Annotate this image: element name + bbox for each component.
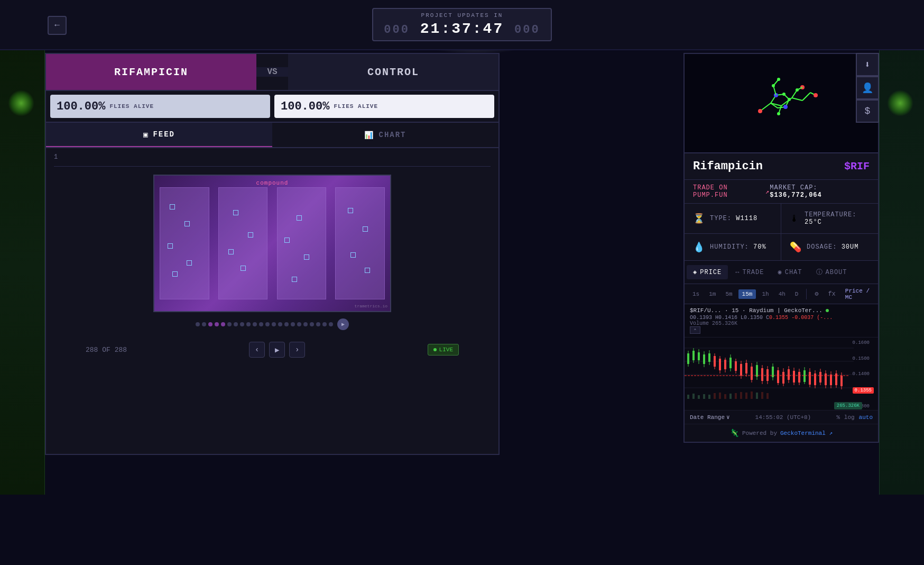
strip-dot: [284, 322, 289, 326]
live-label: LIVE: [439, 347, 453, 353]
dot: [172, 271, 178, 277]
time-1m[interactable]: 1m: [705, 289, 719, 299]
token-panel: Rifampicin $RIF TRADE ON PUMP.FUN ↗ MARK…: [683, 153, 879, 443]
svg-point-20: [777, 112, 780, 115]
type-cell: ⏳ TYPE: W1118: [685, 204, 781, 234]
video-watermark: trametrics.io: [355, 304, 387, 308]
gecko-link[interactable]: GeckoTerminal ↗: [780, 430, 833, 436]
price-mc-button[interactable]: Price / MC: [842, 286, 874, 302]
rifampicin-label: RIFAMPICIN: [114, 66, 188, 78]
auto-btn[interactable]: auto: [859, 414, 873, 421]
humidity-text: HUMIDITY: 70%: [710, 243, 766, 251]
next-button[interactable]: ›: [289, 342, 305, 358]
rifampicin-tab[interactable]: RIFAMPICIN: [46, 54, 256, 90]
prev-button[interactable]: ‹: [249, 342, 265, 358]
chat-tab[interactable]: ◉ CHAT: [771, 265, 808, 279]
volume-value: 265.326K: [712, 321, 737, 326]
date-range-button[interactable]: Date Range ∨: [690, 414, 730, 421]
percent-btn[interactable]: %: [836, 414, 840, 421]
live-dot: [433, 348, 437, 351]
price-tabs: ◈ PRICE ↔ TRADE ◉ CHAT ⓘ ABOUT: [685, 261, 878, 284]
price-labels: 0.1600 0.1500 0.1400 0.1355 0.1300: [853, 338, 874, 410]
strip-dot: [253, 322, 257, 326]
humidity-cell: 💧 HUMIDITY: 70%: [685, 234, 781, 261]
download-icon[interactable]: ⬇: [856, 53, 879, 76]
temp-text: TEMPERATURE: 25°C: [805, 211, 870, 226]
left-side-panel: [0, 45, 45, 495]
timer-label: PROJECT UPDATES IN: [421, 12, 503, 19]
volume-badge: 265.326K: [834, 402, 862, 409]
right-side-panel: [879, 45, 924, 495]
svg-rect-99: [751, 391, 753, 399]
person-icon[interactable]: 👤: [856, 76, 879, 99]
ohlc-change: -0.0037: [791, 315, 814, 321]
timer-main: 21:37:47: [420, 21, 514, 37]
svg-rect-102: [766, 393, 769, 399]
time-1h[interactable]: 1h: [758, 289, 772, 299]
strip-dot: [240, 322, 244, 326]
time-4h[interactable]: 4h: [775, 289, 789, 299]
frame-counter: 288 OF 288: [86, 346, 127, 354]
trade-pump-link[interactable]: TRADE ON PUMP.FUN ↗: [693, 184, 770, 199]
chat-tab-label: CHAT: [785, 269, 802, 276]
back-button[interactable]: ←: [48, 16, 67, 35]
play-button[interactable]: ▶: [269, 342, 285, 358]
strip-dot: [234, 322, 238, 326]
progress-strip: ▶: [54, 312, 491, 336]
chart-volume: Volume 265.326K: [690, 321, 873, 326]
about-tab[interactable]: ⓘ ABOUT: [810, 265, 854, 280]
indicator-icon[interactable]: ⚙: [811, 288, 822, 299]
chart-pair: $RIF/U... · 15 · Raydium | GeckoTer...: [690, 307, 873, 314]
fx-icon[interactable]: fx: [824, 289, 839, 299]
feed-chart-tabs: ▣ FEED 📊 CHART: [46, 123, 498, 148]
live-badge: LIVE: [428, 344, 459, 356]
time-5m[interactable]: 5m: [722, 289, 736, 299]
chart-tab[interactable]: 📊 CHART: [272, 123, 498, 147]
price-tab-icon: ◈: [693, 268, 697, 276]
market-cap-info: MARKET CAP: $136,772,064: [770, 184, 870, 199]
dot: [241, 266, 246, 271]
svg-rect-88: [692, 394, 695, 399]
svg-rect-100: [756, 393, 758, 399]
price-0.1500: 0.1500: [853, 356, 874, 361]
svg-line-4: [802, 93, 810, 101]
svg-rect-92: [714, 393, 716, 399]
strip-dot-active: [208, 322, 212, 326]
time-D[interactable]: D: [791, 289, 802, 299]
experiment-stats-grid: ⏳ TYPE: W1118 🌡 TEMPERATURE: 25°C 💧 HUMI…: [685, 204, 878, 261]
chart-expand-btn[interactable]: ⌃: [690, 326, 700, 334]
price-tab[interactable]: ◈ PRICE: [687, 265, 728, 279]
svg-rect-89: [698, 395, 700, 399]
ohlc-o: 0.1393: [693, 315, 712, 321]
dot: [233, 210, 238, 215]
humidity-label: HUMIDITY:: [710, 243, 749, 251]
strip-dot: [272, 322, 276, 326]
feed-tab[interactable]: ▣ FEED: [46, 123, 272, 147]
dot: [348, 208, 353, 213]
strip-dot: [316, 322, 320, 326]
log-btn[interactable]: log: [844, 414, 855, 421]
mol-icon-panel: ⬇ 👤 $: [856, 53, 879, 123]
ohlc-pct: (-...: [817, 315, 833, 321]
video-dots-2: [219, 188, 267, 299]
strip-dot: [303, 322, 308, 326]
type-label: TYPE:: [710, 215, 732, 222]
feed-number: 1: [54, 153, 491, 161]
svg-rect-95: [729, 394, 732, 399]
type-icon: ⏳: [693, 213, 705, 224]
dosage-value: 30UM: [842, 243, 859, 251]
molecule-bg: [685, 54, 878, 152]
trade-tab[interactable]: ↔ TRADE: [729, 266, 770, 279]
strip-dot: [202, 322, 206, 326]
trade-tab-icon: ↔: [735, 269, 740, 276]
strip-dot-active: [215, 322, 219, 326]
molecule-panel: [683, 53, 879, 153]
feed-content: 1 compound: [46, 148, 498, 426]
token-header: Rifampicin $RIF: [685, 153, 878, 180]
strip-play-btn[interactable]: ▶: [337, 318, 349, 330]
time-15m[interactable]: 15m: [738, 289, 756, 299]
dollar-icon[interactable]: $: [856, 99, 879, 123]
date-range-label: Date Range: [690, 414, 725, 421]
control-tab[interactable]: CONTROL: [288, 54, 498, 90]
time-1s[interactable]: 1s: [689, 289, 703, 299]
